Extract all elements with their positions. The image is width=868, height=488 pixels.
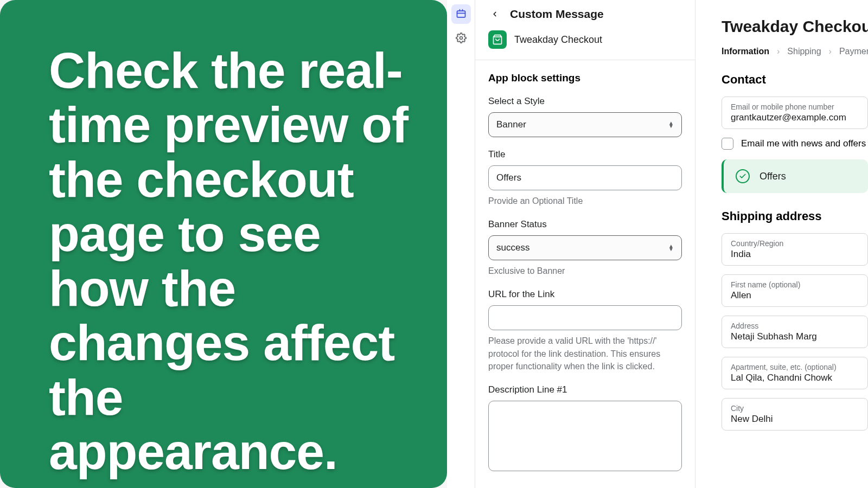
chevron-right-icon: › bbox=[777, 47, 780, 56]
shopping-bag-icon bbox=[492, 34, 503, 45]
promo-headline: Check the real-time preview of the check… bbox=[49, 43, 409, 479]
news-checkbox[interactable] bbox=[722, 138, 733, 150]
preview-panel: Tweakday Checkout Information › Shipping… bbox=[695, 0, 868, 488]
breadcrumb-information[interactable]: Information bbox=[722, 47, 769, 56]
layout-icon bbox=[456, 9, 467, 20]
settings-panel: Custom Message Tweakday Checkout App blo… bbox=[475, 0, 695, 488]
country-field[interactable]: Country/Region India bbox=[722, 233, 868, 266]
app-name-label: Tweakday Checkout bbox=[514, 34, 602, 46]
country-value: India bbox=[731, 249, 859, 260]
url-input[interactable] bbox=[488, 305, 682, 330]
url-helper: Please provide a valid URL with the 'htt… bbox=[488, 335, 682, 373]
style-label: Select a Style bbox=[488, 96, 682, 107]
email-field[interactable]: Email or mobile phone number grantkautze… bbox=[722, 97, 868, 129]
settings-title: Custom Message bbox=[510, 8, 604, 21]
banner-status-select[interactable]: success ▲▼ bbox=[488, 235, 682, 260]
title-input[interactable] bbox=[488, 165, 682, 190]
contact-heading: Contact bbox=[722, 73, 868, 87]
breadcrumb: Information › Shipping › Payment bbox=[722, 47, 868, 56]
chevron-left-icon bbox=[491, 10, 499, 18]
settings-header: Custom Message bbox=[475, 0, 695, 26]
city-field[interactable]: City New Delhi bbox=[722, 398, 868, 431]
first-name-placeholder: First name (optional) bbox=[731, 280, 859, 289]
news-checkbox-row[interactable]: Email me with news and offers bbox=[722, 138, 868, 150]
address-placeholder: Address bbox=[731, 322, 859, 330]
shipping-heading: Shipping address bbox=[722, 209, 868, 223]
banner-status-label: Banner Status bbox=[488, 219, 682, 230]
email-placeholder: Email or mobile phone number bbox=[731, 102, 859, 111]
breadcrumb-shipping[interactable]: Shipping bbox=[787, 47, 821, 56]
news-checkbox-label: Email me with news and offers bbox=[741, 138, 866, 149]
email-value: grantkautzer@example.com bbox=[731, 112, 859, 123]
country-placeholder: Country/Region bbox=[731, 239, 859, 248]
app-icon bbox=[488, 30, 507, 49]
banner-status-helper: Exclusive to Banner bbox=[488, 265, 682, 277]
city-placeholder: City bbox=[731, 404, 859, 413]
chevron-updown-icon: ▲▼ bbox=[668, 121, 674, 128]
svg-rect-0 bbox=[457, 11, 465, 17]
banner-status-value: success bbox=[496, 242, 529, 253]
chevron-right-icon: › bbox=[829, 47, 832, 56]
title-helper: Provide an Optional Title bbox=[488, 195, 682, 207]
title-label: Title bbox=[488, 149, 682, 160]
city-value: New Delhi bbox=[731, 414, 859, 425]
rail-layout-button[interactable] bbox=[451, 4, 471, 24]
offers-banner: Offers bbox=[722, 159, 868, 193]
banner-text: Offers bbox=[760, 171, 786, 182]
svg-point-4 bbox=[459, 37, 462, 40]
store-title: Tweakday Checkout bbox=[722, 17, 868, 36]
apartment-value: Lal Qila, Chandni Chowk bbox=[731, 373, 859, 383]
address-value: Netaji Subhash Marg bbox=[731, 331, 859, 342]
icon-rail bbox=[447, 0, 475, 488]
chevron-updown-icon: ▲▼ bbox=[668, 245, 674, 251]
url-label: URL for the Link bbox=[488, 289, 682, 300]
desc1-textarea[interactable] bbox=[488, 401, 682, 471]
apartment-field[interactable]: Apartment, suite, etc. (optional) Lal Qi… bbox=[722, 357, 868, 389]
desc1-label: Description Line #1 bbox=[488, 384, 682, 395]
check-circle-icon bbox=[736, 169, 750, 183]
first-name-field[interactable]: First name (optional) Allen bbox=[722, 274, 868, 307]
address-field[interactable]: Address Netaji Subhash Marg bbox=[722, 316, 868, 348]
style-select-value: Banner bbox=[496, 119, 526, 130]
breadcrumb-payment[interactable]: Payment bbox=[839, 47, 868, 56]
promo-panel: Check the real-time preview of the check… bbox=[0, 0, 447, 488]
apartment-placeholder: Apartment, suite, etc. (optional) bbox=[731, 363, 859, 371]
back-button[interactable] bbox=[488, 8, 501, 21]
first-name-value: Allen bbox=[731, 290, 859, 301]
rail-settings-button[interactable] bbox=[451, 28, 471, 48]
section-title: App block settings bbox=[488, 72, 682, 84]
style-select[interactable]: Banner ▲▼ bbox=[488, 112, 682, 137]
gear-icon bbox=[456, 33, 467, 43]
app-identity: Tweakday Checkout bbox=[475, 26, 695, 60]
